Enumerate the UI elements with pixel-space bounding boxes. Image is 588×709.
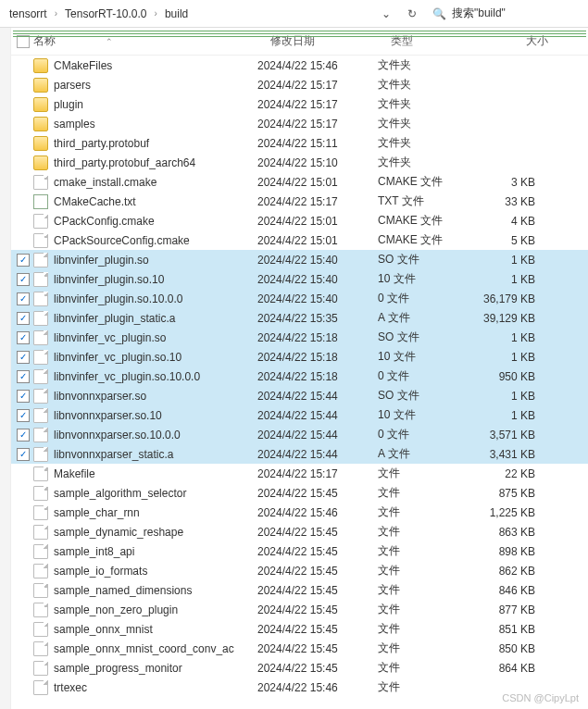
file-size: 36,179 KB (470, 292, 544, 305)
file-date: 2024/4/22 15:18 (257, 331, 378, 344)
table-row[interactable]: plugin2024/4/22 15:17文件夹 (11, 94, 588, 114)
table-row[interactable]: sample_onnx_mnist_coord_conv_ac2024/4/22… (11, 639, 588, 658)
column-header: 名称⌃ 修改日期 类型 大小 (11, 28, 588, 56)
table-row[interactable]: sample_dynamic_reshape2024/4/22 15:45文件8… (11, 522, 588, 541)
file-name: CMakeCache.txt (54, 195, 257, 208)
file-date: 2024/4/22 15:17 (257, 79, 378, 92)
row-checkbox[interactable]: ✓ (17, 351, 30, 364)
table-row[interactable]: sample_io_formats2024/4/22 15:45文件862 KB (11, 561, 588, 580)
col-date[interactable]: 修改日期 (270, 34, 315, 47)
row-checkbox[interactable]: ✓ (17, 390, 30, 403)
file-type: CMAKE 文件 (378, 232, 470, 248)
file-size: 850 KB (470, 642, 544, 655)
crumb-tensorrt[interactable]: tensorrt (6, 6, 51, 22)
file-type: CMAKE 文件 (378, 213, 470, 229)
file-icon (33, 641, 48, 656)
table-row[interactable]: ✓libnvinfer_vc_plugin.so.10.0.02024/4/22… (11, 367, 588, 386)
file-type: 文件夹 (378, 155, 470, 170)
table-row[interactable]: ✓libnvinfer_vc_plugin.so.102024/4/22 15:… (11, 347, 588, 367)
file-type: 文件 (378, 504, 470, 520)
col-size[interactable]: 大小 (526, 34, 548, 47)
table-row[interactable]: third_party.protobuf_aarch642024/4/22 15… (11, 153, 588, 172)
table-row[interactable]: parsers2024/4/22 15:17文件夹 (11, 75, 588, 94)
row-checkbox[interactable]: ✓ (17, 409, 30, 422)
selection-gutter (0, 28, 11, 709)
table-row[interactable]: sample_algorithm_selector2024/4/22 15:45… (11, 483, 588, 503)
file-name: libnvinfer_plugin_static.a (54, 312, 257, 325)
table-row[interactable]: cmake_install.cmake2024/4/22 15:01CMAKE … (11, 172, 588, 192)
file-date: 2024/4/22 15:44 (257, 448, 378, 461)
row-checkbox[interactable]: ✓ (17, 370, 30, 383)
history-dropdown-icon[interactable]: ⌄ (375, 3, 397, 25)
table-row[interactable]: CMakeFiles2024/4/22 15:46文件夹 (11, 56, 588, 75)
rows-container: CMakeFiles2024/4/22 15:46文件夹parsers2024/… (11, 56, 588, 697)
file-date: 2024/4/22 15:17 (257, 467, 378, 480)
row-checkbox[interactable]: ✓ (17, 331, 30, 344)
file-name: libnvinfer_plugin.so.10.0.0 (54, 292, 257, 305)
row-checkbox[interactable]: ✓ (17, 312, 30, 325)
crumb-tensorrt-10[interactable]: TensorRT-10.0.0 (61, 6, 151, 22)
breadcrumb[interactable]: tensorrt › TensorRT-10.0.0 › build (4, 0, 371, 27)
file-icon (33, 661, 48, 676)
file-size: 1 KB (470, 254, 544, 267)
file-type: 0 文件 (378, 291, 470, 306)
table-row[interactable]: sample_progress_monitor2024/4/22 15:45文件… (11, 658, 588, 678)
search-box[interactable]: 🔍 搜索"build" (427, 3, 584, 25)
file-icon (33, 525, 48, 540)
select-all-checkbox[interactable] (17, 35, 30, 48)
table-row[interactable]: ✓libnvinfer_plugin_static.a2024/4/22 15:… (11, 308, 588, 328)
table-row[interactable]: third_party.protobuf2024/4/22 15:11文件夹 (11, 133, 588, 153)
file-name: sample_onnx_mnist (54, 623, 257, 636)
table-row[interactable]: Makefile2024/4/22 15:17文件22 KB (11, 464, 588, 483)
file-date: 2024/4/22 15:18 (257, 351, 378, 364)
file-date: 2024/4/22 15:45 (257, 642, 378, 655)
file-date: 2024/4/22 15:46 (257, 506, 378, 519)
row-checkbox[interactable]: ✓ (17, 448, 30, 461)
file-list: 名称⌃ 修改日期 类型 大小 CMakeFiles2024/4/22 15:46… (11, 28, 588, 697)
file-date: 2024/4/22 15:45 (257, 526, 378, 539)
file-icon (33, 350, 48, 365)
file-date: 2024/4/22 15:40 (257, 292, 378, 305)
refresh-icon[interactable]: ↻ (401, 3, 423, 25)
file-name: sample_algorithm_selector (54, 487, 257, 500)
table-row[interactable]: sample_non_zero_plugin2024/4/22 15:45文件8… (11, 600, 588, 619)
file-date: 2024/4/22 15:46 (257, 681, 378, 694)
file-size: 862 KB (470, 565, 544, 578)
row-checkbox[interactable]: ✓ (17, 254, 30, 267)
row-checkbox[interactable]: ✓ (17, 273, 30, 286)
table-row[interactable]: sample_named_dimensions2024/4/22 15:45文件… (11, 580, 588, 600)
table-row[interactable]: ✓libnvinfer_plugin.so.102024/4/22 15:401… (11, 269, 588, 289)
table-row[interactable]: ✓libnvinfer_plugin.so2024/4/22 15:40SO 文… (11, 250, 588, 269)
crumb-build[interactable]: build (161, 6, 192, 22)
file-date: 2024/4/22 15:01 (257, 176, 378, 189)
file-type: SO 文件 (378, 388, 470, 404)
table-row[interactable]: ✓libnvinfer_vc_plugin.so2024/4/22 15:18S… (11, 328, 588, 347)
col-type[interactable]: 类型 (391, 34, 413, 47)
row-checkbox[interactable]: ✓ (17, 292, 30, 305)
table-row[interactable]: sample_int8_api2024/4/22 15:45文件898 KB (11, 541, 588, 561)
file-icon (33, 253, 48, 267)
file-type: 0 文件 (378, 427, 470, 442)
table-row[interactable]: ✓libnvinfer_plugin.so.10.0.02024/4/22 15… (11, 289, 588, 308)
table-row[interactable]: ✓libnvonnxparser.so.102024/4/22 15:4410 … (11, 405, 588, 425)
table-row[interactable]: ✓libnvonnxparser.so2024/4/22 15:44SO 文件1… (11, 386, 588, 405)
row-checkbox[interactable]: ✓ (17, 429, 30, 442)
table-row[interactable]: samples2024/4/22 15:17文件夹 (11, 114, 588, 133)
file-name: sample_dynamic_reshape (54, 526, 257, 539)
file-icon (33, 622, 48, 637)
table-row[interactable]: sample_char_rnn2024/4/22 15:46文件1,225 KB (11, 503, 588, 522)
table-row[interactable]: ✓libnvonnxparser.so.10.0.02024/4/22 15:4… (11, 425, 588, 444)
table-row[interactable]: sample_onnx_mnist2024/4/22 15:45文件851 KB (11, 619, 588, 639)
table-row[interactable]: CPackConfig.cmake2024/4/22 15:01CMAKE 文件… (11, 211, 588, 230)
file-name: parsers (54, 79, 257, 92)
folder-icon (33, 155, 48, 170)
col-name[interactable]: 名称 (33, 33, 56, 49)
file-size: 898 KB (470, 545, 544, 558)
table-row[interactable]: ✓libnvonnxparser_static.a2024/4/22 15:44… (11, 444, 588, 464)
file-name: libnvonnxparser_static.a (54, 448, 257, 461)
table-row[interactable]: CMakeCache.txt2024/4/22 15:17TXT 文件33 KB (11, 192, 588, 211)
table-row[interactable]: CPackSourceConfig.cmake2024/4/22 15:01CM… (11, 230, 588, 250)
file-type: TXT 文件 (378, 193, 470, 209)
file-type: 文件 (378, 543, 470, 559)
file-date: 2024/4/22 15:17 (257, 98, 378, 111)
